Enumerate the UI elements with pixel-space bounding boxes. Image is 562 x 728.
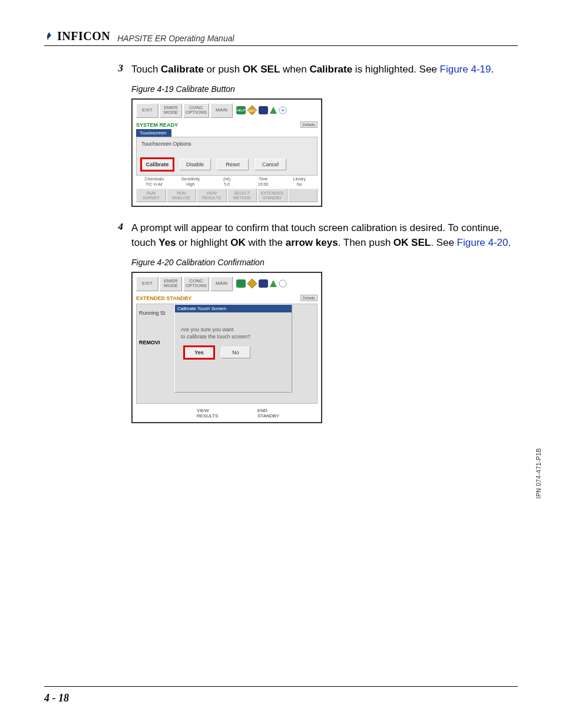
figure-caption-4-19: Figure 4-19 Calibrate Button [131, 84, 518, 94]
ipn-code: IPN 074-471-P1B [535, 448, 542, 499]
logo-icon [44, 31, 55, 42]
figure-caption-4-20: Figure 4-20 Calibration Confirmation [131, 258, 518, 267]
details-button[interactable]: Details [300, 295, 318, 301]
page-header: INFICON HAPSITE ER Operating Manual [44, 29, 518, 46]
battery-icon [259, 106, 268, 114]
blank-button-1 [136, 408, 166, 419]
page-number: 4 - 18 [44, 692, 69, 704]
blank-button-2 [167, 408, 197, 419]
status-text: SYSTEM READY [136, 122, 300, 128]
conc-options-button[interactable]: CONC OPTIONS [183, 103, 209, 118]
view-results-button[interactable]: VIEW RESULTS [197, 189, 227, 202]
status-triangle-icon [269, 279, 277, 288]
blank-button [288, 189, 318, 202]
calibrate-button[interactable]: Calibrate [141, 159, 173, 170]
bottom-bar: VIEW RESULTS END STANDBY [133, 406, 321, 422]
svg-marker-2 [270, 107, 277, 114]
logo-text: INFICON [57, 29, 110, 43]
run-survey-button[interactable]: RUN SURVEY [136, 189, 166, 202]
brand-logo: INFICON [44, 29, 110, 43]
top-toolbar: EXIT EMER MODE CONC OPTIONS MAIN HELP IN… [133, 100, 321, 121]
details-button[interactable]: Details [300, 121, 318, 128]
screenshot-calibrate-button: EXIT EMER MODE CONC OPTIONS MAIN HELP IN… [131, 98, 322, 207]
panel-title: Touchscreen Options [141, 141, 312, 147]
svg-text:INFO: INFO [248, 109, 257, 113]
step-text: Touch Calibrate or push OK SEL when Cali… [131, 62, 494, 77]
select-method-button[interactable]: SELECT METHOD [227, 189, 257, 202]
screenshot-calibration-confirmation: EXIT EMER MODE CONC OPTIONS MAIN EXTENDE… [131, 272, 322, 424]
figure-link-4-20[interactable]: Figure 4-20 [457, 237, 508, 248]
extended-standby-button[interactable]: EXTENDED STANDBY [257, 189, 287, 202]
info-diamond-icon[interactable]: INFO [247, 105, 257, 116]
step-number: 3 [115, 62, 123, 77]
exit-button[interactable]: EXIT [136, 103, 158, 118]
bottom-bar: RUN SURVEY RUN ANALYZE VIEW RESULTS SELE… [133, 187, 321, 206]
cancel-button[interactable]: Cancel [254, 159, 286, 170]
end-standby-button[interactable]: END STANDBY [257, 408, 287, 419]
help-icon[interactable]: HELP [236, 106, 246, 114]
reset-button[interactable]: Reset [217, 159, 249, 170]
info-bar: ChemicalsSensitivity(ml)TimeLibrary TIC … [133, 176, 321, 187]
fan-icon [279, 279, 287, 288]
svg-marker-5 [247, 279, 257, 288]
battery-icon [259, 279, 268, 288]
status-bar: SYSTEM READY Details [133, 120, 321, 129]
top-toolbar: EXIT EMER MODE CONC OPTIONS MAIN [133, 273, 321, 294]
main-button[interactable]: MAIN [210, 103, 233, 118]
no-button[interactable]: No [221, 347, 250, 358]
blank-button-4 [288, 408, 318, 419]
disable-button[interactable]: Disable [179, 159, 211, 170]
status-text: EXTENDED STANDBY [136, 295, 300, 301]
touchscreen-panel: Touchscreen Options Calibrate Disable Re… [136, 137, 318, 176]
running-status-text: Running St [139, 310, 166, 316]
manual-title: HAPSITE ER Operating Manual [117, 34, 234, 43]
step-number: 4 [115, 221, 123, 250]
dialog-message: Are you sure you want to calibrate the t… [175, 312, 292, 346]
step-4: 4 A prompt will appear to confirm that t… [115, 221, 518, 250]
view-results-button[interactable]: VIEW RESULTS [197, 408, 227, 419]
figure-link-4-19[interactable]: Figure 4-19 [440, 64, 491, 75]
dialog-title: Calibrate Touch Screen [175, 305, 292, 312]
exit-button[interactable]: EXIT [136, 276, 158, 292]
status-bar: EXTENDED STANDBY Details [133, 294, 321, 302]
standby-panel: Running St REMOVI Calibrate Touch Screen… [136, 304, 318, 404]
touchscreen-tab[interactable]: Touchscreen [136, 129, 171, 137]
conc-options-button[interactable]: CONC OPTIONS [183, 276, 209, 292]
svg-point-7 [279, 280, 286, 287]
info-diamond-icon[interactable] [247, 278, 257, 289]
calibrate-dialog: Calibrate Touch Screen Are you sure you … [174, 304, 292, 393]
svg-point-4 [282, 109, 284, 111]
main-button[interactable]: MAIN [210, 276, 233, 292]
status-triangle-icon [269, 106, 277, 114]
help-icon[interactable] [236, 279, 246, 288]
run-analyze-button[interactable]: RUN ANALYZE [167, 189, 197, 202]
step-3: 3 Touch Calibrate or push OK SEL when Ca… [115, 62, 518, 77]
emer-mode-button[interactable]: EMER MODE [160, 103, 182, 118]
fan-icon [279, 106, 287, 114]
blank-button-3 [227, 408, 257, 419]
footer-rule [44, 686, 518, 687]
step-text: A prompt will appear to confirm that tou… [131, 221, 518, 250]
emer-mode-button[interactable]: EMER MODE [160, 276, 182, 292]
yes-button[interactable]: Yes [184, 347, 214, 358]
svg-marker-6 [270, 280, 277, 287]
remove-text: REMOVI [139, 340, 160, 345]
